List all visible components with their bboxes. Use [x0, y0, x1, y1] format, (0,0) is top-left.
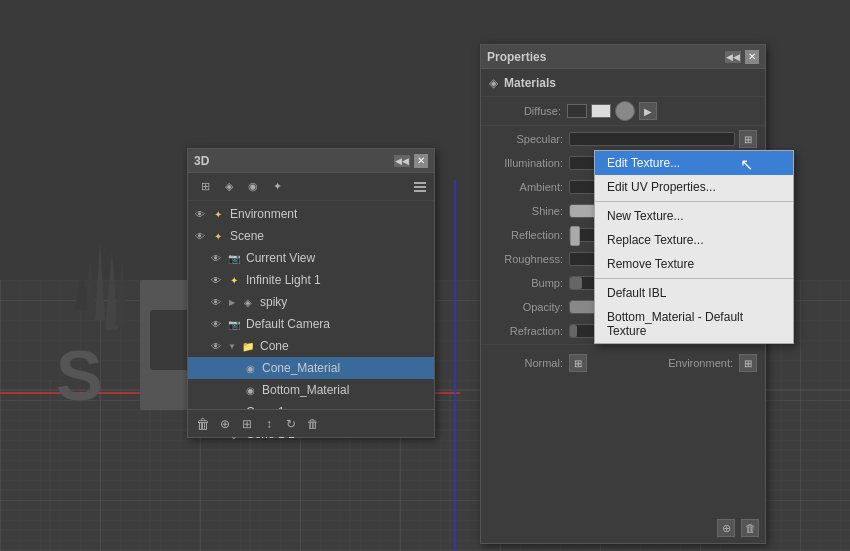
materials-tab-row: ◈ Materials	[481, 69, 765, 97]
environment-btn[interactable]: ⊞	[739, 354, 757, 372]
panel-3d-collapse-btn[interactable]: ◀◀	[394, 155, 410, 167]
diffuse-white-swatch[interactable]	[591, 104, 611, 118]
tree-item-default-camera[interactable]: 👁 📷 Default Camera	[188, 313, 434, 335]
rotate-icon[interactable]: ↻	[282, 415, 300, 433]
specular-row: Specular: ⊞	[481, 128, 765, 150]
toolbar-icons: ⊞ ◈ ◉ ✦	[196, 178, 286, 196]
prop-spacer	[481, 344, 765, 350]
panel-3d-close-btn[interactable]: ✕	[414, 154, 428, 168]
default-camera-icon: 📷	[226, 316, 242, 332]
materials-tab-label: Materials	[504, 76, 556, 90]
menu-item-edit-texture[interactable]: Edit Texture...	[595, 151, 793, 175]
default-ibl-label: Default IBL	[607, 286, 666, 300]
chevron-cone: ▼	[226, 340, 238, 352]
tree-item-environment[interactable]: 👁 ✦ Environment	[188, 203, 434, 225]
camera2-icon[interactable]: ◉	[244, 178, 262, 196]
cone-material-icon: ◉	[242, 360, 258, 376]
chevron-spiky: ▶	[226, 296, 238, 308]
edit-uv-label: Edit UV Properties...	[607, 180, 716, 194]
prop-bottom-icons: ⊕ 🗑	[717, 519, 759, 537]
reflection-label: Reflection:	[489, 229, 569, 241]
menu-item-new-texture[interactable]: New Texture...	[595, 204, 793, 228]
hamburger-menu[interactable]	[414, 182, 426, 192]
specular-btn[interactable]: ⊞	[739, 130, 757, 148]
diffuse-color-swatch[interactable]	[567, 104, 587, 118]
grid-icon[interactable]: ⊞	[196, 178, 214, 196]
bottom-material-default-label: Bottom_Material - Default Texture	[607, 310, 781, 338]
tree-item-current-view[interactable]: 👁 📷 Current View	[188, 247, 434, 269]
normal-row: Normal: ⊞ Environment: ⊞	[481, 352, 765, 374]
cone-label: Cone	[260, 339, 430, 353]
spiky-label: spiky	[260, 295, 430, 309]
panel-3d-header-left: 3D	[194, 154, 209, 168]
panel-3d-header: 3D ◀◀ ✕	[188, 149, 434, 173]
bottom-material-label: Bottom_Material	[262, 383, 430, 397]
materials-icon: ◈	[489, 76, 498, 90]
tree-item-spiky[interactable]: 👁 ▶ ◈ spiky	[188, 291, 434, 313]
trash-icon[interactable]: 🗑	[741, 519, 759, 537]
panel-3d-toolbar: ⊞ ◈ ◉ ✦	[188, 173, 434, 201]
eye-icon-camera[interactable]: 👁	[208, 316, 224, 332]
render-icon[interactable]: ⊕	[717, 519, 735, 537]
shine-label: Shine:	[489, 205, 569, 217]
opacity-label: Opacity:	[489, 301, 569, 313]
menu-item-default-ibl[interactable]: Default IBL	[595, 281, 793, 305]
mesh-icon[interactable]: ◈	[220, 178, 238, 196]
eye-icon-light[interactable]: 👁	[208, 272, 224, 288]
eye-icon[interactable]: 👁	[192, 206, 208, 222]
cone-material-label: Cone_Material	[262, 361, 430, 375]
menu-item-remove-texture[interactable]: Remove Texture	[595, 252, 793, 276]
diffuse-row: Diffuse: ▶	[481, 97, 765, 126]
camera-icon: 📷	[226, 250, 242, 266]
add-constraint-icon[interactable]: ⊞	[238, 415, 256, 433]
specular-slider[interactable]	[569, 132, 735, 146]
tree-item-cone[interactable]: 👁 ▼ 📁 Cone	[188, 335, 434, 357]
bump-label: Bump:	[489, 277, 569, 289]
delete-icon[interactable]: 🗑	[304, 415, 322, 433]
environment-label: Environment:	[659, 357, 739, 369]
new-material-icon[interactable]: ⊕	[216, 415, 234, 433]
menu-item-replace-texture[interactable]: Replace Texture...	[595, 228, 793, 252]
scene-label: Scene	[230, 229, 430, 243]
eye-icon-scene[interactable]: 👁	[192, 228, 208, 244]
normal-value: ⊞	[569, 354, 659, 372]
prop-title: Properties	[487, 50, 546, 64]
panel-3d-title: 3D	[194, 154, 209, 168]
tree-item-cone-material[interactable]: ◉ Cone_Material	[188, 357, 434, 379]
menu-separator-1	[595, 201, 793, 202]
specular-label: Specular:	[489, 133, 569, 145]
prop-close-btn[interactable]: ✕	[745, 50, 759, 64]
menu-item-edit-uv[interactable]: Edit UV Properties...	[595, 175, 793, 199]
menu-item-bottom-material-default[interactable]: Bottom_Material - Default Texture	[595, 305, 793, 343]
diffuse-texture-btn[interactable]: ▶	[639, 102, 657, 120]
bottom-material-icon: ◉	[242, 382, 258, 398]
eye-icon-cone[interactable]: 👁	[208, 338, 224, 354]
eye-icon-spiky[interactable]: 👁	[208, 294, 224, 310]
roughness-label: Roughness:	[489, 253, 569, 265]
context-menu: Edit Texture... Edit UV Properties... Ne…	[594, 150, 794, 344]
default-camera-label: Default Camera	[246, 317, 430, 331]
environment-label: Environment	[230, 207, 430, 221]
prop-collapse-btn[interactable]: ◀◀	[725, 51, 741, 63]
move-to-icon[interactable]: ↕	[260, 415, 278, 433]
new-light-icon[interactable]: 🗑	[194, 415, 212, 433]
illumination-label: Illumination:	[489, 157, 569, 169]
normal-label: Normal:	[489, 357, 569, 369]
eye-icon-currentview[interactable]: 👁	[208, 250, 224, 266]
sun-icon: ✦	[210, 206, 226, 222]
tree-item-bottom-material[interactable]: ◉ Bottom_Material	[188, 379, 434, 401]
replace-texture-label: Replace Texture...	[607, 233, 704, 247]
refraction-label: Refraction:	[489, 325, 569, 337]
prop-header: Properties ◀◀ ✕	[481, 45, 765, 69]
current-view-label: Current View	[246, 251, 430, 265]
panel-3d-controls: ◀◀ ✕	[394, 154, 428, 168]
light2-icon[interactable]: ✦	[268, 178, 286, 196]
diffuse-label: Diffuse:	[487, 105, 567, 117]
tree-item-infinite-light-1[interactable]: 👁 ✦ Infinite Light 1	[188, 269, 434, 291]
diffuse-texture-thumb[interactable]	[615, 101, 635, 121]
diffuse-value: ▶	[567, 101, 759, 121]
panel-3d: 3D ◀◀ ✕ ⊞ ◈ ◉ ✦ 👁 ✦ Environment 👁 ✦ Sce	[187, 148, 435, 438]
tree-item-scene[interactable]: 👁 ✦ Scene	[188, 225, 434, 247]
panel-3d-bottom-toolbar: 🗑 ⊕ ⊞ ↕ ↻ 🗑	[188, 409, 434, 437]
normal-btn[interactable]: ⊞	[569, 354, 587, 372]
